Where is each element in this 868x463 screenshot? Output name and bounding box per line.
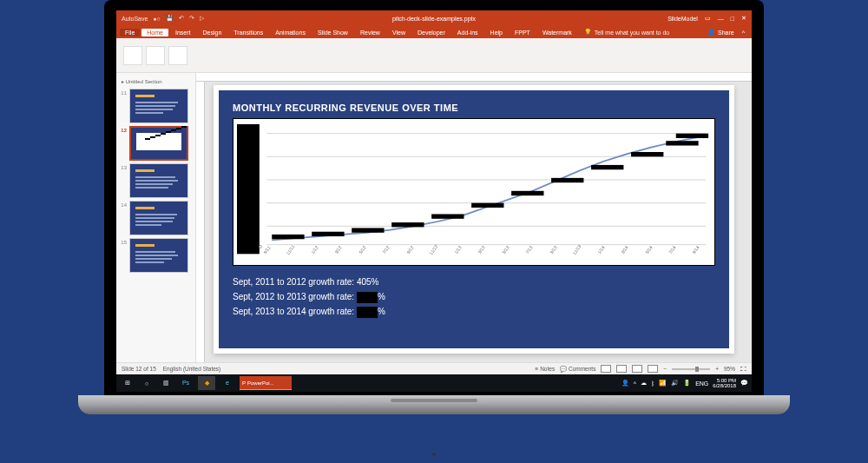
ruler-horizontal [196, 73, 752, 82]
reading-view-icon[interactable] [632, 365, 642, 373]
section-header[interactable]: Untitled Section [118, 76, 194, 86]
svg-rect-11 [431, 214, 464, 218]
share-button[interactable]: 👤 Share ^ [707, 29, 748, 36]
slide-thumb-15[interactable]: 15 [118, 238, 194, 273]
zoom-in-icon[interactable]: + [715, 366, 719, 372]
tab-review[interactable]: Review [355, 29, 385, 36]
zoom-slider[interactable] [672, 368, 710, 370]
tab-home[interactable]: Home [141, 29, 168, 36]
taskbar-app-label: PowerPoi... [247, 380, 274, 386]
input-language[interactable]: ENG [695, 380, 708, 387]
slide-canvas[interactable]: MONTHLY RECURRING REVENUE OVER TIME [214, 85, 734, 354]
slide-title[interactable]: MONTHLY RECURRING REVENUE OVER TIME [233, 103, 715, 113]
growth-label: Sept, 2012 to 2013 growth rate: [233, 292, 357, 301]
slide-content[interactable]: MONTHLY RECURRING REVENUE OVER TIME [219, 90, 729, 348]
zoom-level[interactable]: 95% [724, 366, 735, 372]
svg-rect-0 [237, 124, 260, 254]
clock-date: 6/28/2018 [713, 383, 736, 388]
growth-line-2: Sept, 2012 to 2013 growth rate: % [233, 289, 715, 304]
growth-line-3: Sept, 2013 to 2014 growth rate: % [233, 304, 715, 319]
slide-thumb-14[interactable]: 14 [118, 201, 194, 235]
volume-icon[interactable]: 🔊 [671, 380, 679, 387]
taskbar-app-edge[interactable]: e [219, 376, 236, 390]
tab-view[interactable]: View [387, 29, 411, 36]
redacted-value [357, 292, 378, 303]
thumb-preview [129, 201, 188, 235]
new-slide-icon[interactable] [146, 46, 165, 65]
lightbulb-icon: 💡 [584, 29, 592, 36]
tab-help[interactable]: Help [485, 29, 508, 36]
notes-button[interactable]: ≡ Notes [536, 366, 556, 372]
slide-editor[interactable]: MONTHLY RECURRING REVENUE OVER TIME [196, 73, 752, 362]
comments-label: Comments [569, 366, 595, 372]
taskbar-app-photoshop[interactable]: Ps [177, 376, 194, 390]
powerpoint-icon: P [242, 380, 246, 386]
tab-file[interactable]: File [120, 29, 140, 36]
ribbon-group-clipboard [123, 46, 187, 65]
tab-slideshow[interactable]: Slide Show [312, 29, 353, 36]
layout-icon[interactable] [168, 46, 187, 65]
close-icon[interactable]: ✕ [741, 15, 746, 22]
tab-insert[interactable]: Insert [170, 29, 196, 36]
comments-button[interactable]: 💬 Comments [560, 366, 595, 373]
webcam-led [432, 453, 436, 456]
svg-rect-9 [352, 228, 384, 232]
system-clock[interactable]: 5:00 PM 6/28/2018 [713, 378, 736, 388]
slide-notes[interactable]: Sept, 2011 to 2012 growth rate: 405% Sep… [233, 274, 715, 319]
tell-me-label: Tell me what you want to do [595, 30, 669, 36]
thumbnail-panel[interactable]: Untitled Section 11 12 [116, 73, 196, 362]
taskbar-app-sublime[interactable]: ◆ [198, 376, 215, 390]
growth-value: 405% [357, 277, 379, 287]
tab-fppt[interactable]: FPPT [510, 29, 536, 36]
action-center-icon[interactable]: 💬 [740, 380, 748, 387]
tell-me-search[interactable]: 💡 Tell me what you want to do [584, 29, 669, 36]
wifi-icon[interactable]: 📶 [659, 380, 667, 387]
thumb-preview [129, 126, 188, 161]
fit-to-window-icon[interactable]: ⛶ [740, 366, 746, 372]
save-icon[interactable]: 💾 [166, 15, 174, 22]
cortana-icon[interactable]: ○ [139, 376, 155, 390]
zoom-out-icon[interactable]: − [663, 366, 667, 372]
start-button[interactable]: ⊞ [120, 376, 135, 390]
people-icon[interactable]: 👤 [621, 380, 629, 387]
svg-rect-13 [511, 191, 543, 195]
bluetooth-icon[interactable]: ᛒ [651, 380, 654, 387]
minimize-icon[interactable]: — [718, 16, 724, 22]
maximize-icon[interactable]: □ [731, 16, 734, 22]
autosave-switch[interactable]: ●○ [153, 16, 160, 22]
tab-addins[interactable]: Add-ins [452, 29, 483, 36]
undo-icon[interactable]: ↶ [179, 15, 184, 22]
tab-animations[interactable]: Animations [270, 29, 311, 36]
sorter-view-icon[interactable] [616, 365, 627, 373]
paste-icon[interactable] [123, 46, 142, 65]
svg-rect-16 [631, 152, 663, 156]
thumb-number: 15 [118, 238, 127, 245]
slide-thumb-13[interactable]: 13 [118, 163, 194, 198]
tab-design[interactable]: Design [197, 29, 227, 36]
laptop-frame: AutoSave ●○ 💾 ↶ ↷ ▷ pitch-deck-slide-exa… [104, 0, 764, 463]
ribbon-display-options-icon[interactable]: ▭ [705, 15, 711, 22]
autosave-toggle[interactable]: AutoSave [122, 16, 148, 22]
task-view-icon[interactable]: ▥ [158, 376, 174, 390]
start-from-beginning-icon[interactable]: ▷ [200, 15, 204, 22]
battery-icon[interactable]: 🔋 [683, 380, 691, 387]
chevron-up-icon[interactable]: ^ [742, 30, 745, 36]
growth-line-1: Sept, 2011 to 2012 growth rate: 405% [233, 274, 715, 289]
chart[interactable]: 0 9/1111/111/123/125/127/129/1211/121/13… [233, 118, 715, 266]
growth-label: Sept, 2011 to 2012 growth rate: [233, 277, 357, 287]
normal-view-icon[interactable] [601, 365, 611, 373]
slide-thumb-11[interactable]: 11 [118, 89, 194, 123]
tab-watermark[interactable]: Watermark [537, 29, 577, 36]
onedrive-icon[interactable]: ☁ [641, 380, 647, 387]
tab-transitions[interactable]: Transitions [228, 29, 268, 36]
taskbar-app-powerpoint[interactable]: P PowerPoi... [240, 376, 292, 390]
slideshow-view-icon[interactable] [648, 365, 658, 373]
svg-rect-15 [591, 165, 623, 169]
tray-chevron-up-icon[interactable]: ^ [634, 380, 636, 387]
language-status[interactable]: English (United States) [163, 366, 220, 372]
slide-thumb-12[interactable]: 12 [118, 126, 194, 161]
growth-suffix: % [378, 292, 385, 301]
tab-developer[interactable]: Developer [412, 29, 450, 36]
account-name[interactable]: SlideModel [667, 16, 698, 22]
redo-icon[interactable]: ↷ [189, 15, 194, 22]
